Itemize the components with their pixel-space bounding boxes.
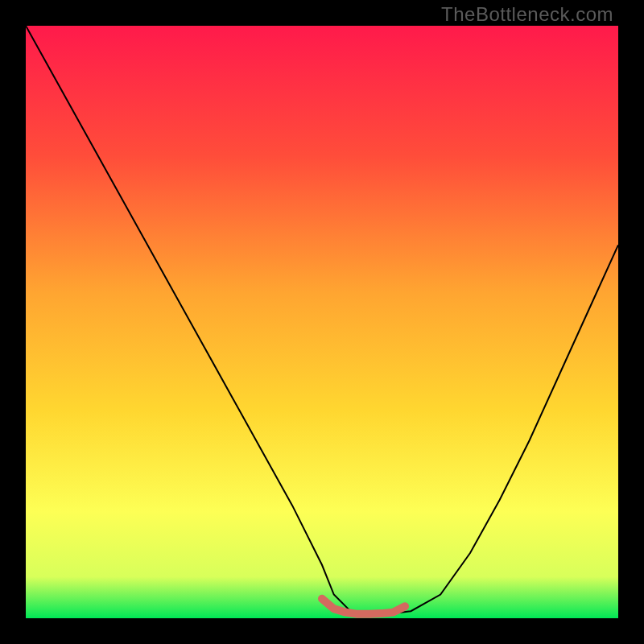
gradient-background <box>26 26 618 618</box>
bottleneck-chart <box>26 26 618 618</box>
watermark-text: TheBottleneck.com <box>441 3 613 26</box>
chart-frame <box>26 26 618 618</box>
